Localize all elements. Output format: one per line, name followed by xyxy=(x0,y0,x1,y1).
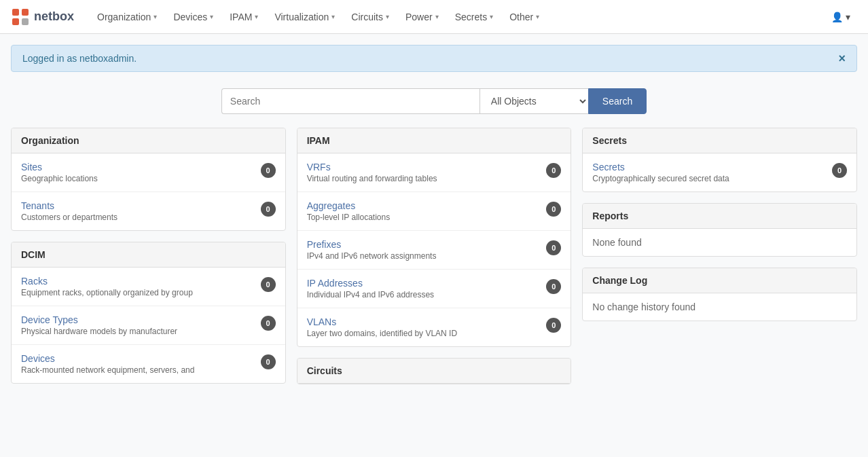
chevron-down-icon: ▾ xyxy=(536,13,539,20)
nav-other[interactable]: Other ▾ xyxy=(503,7,546,26)
prefixes-link[interactable]: Prefixes xyxy=(307,239,541,250)
nav-power[interactable]: Power ▾ xyxy=(399,7,446,26)
aggregates-badge: 0 xyxy=(546,202,561,217)
vrfs-link[interactable]: VRFs xyxy=(307,162,541,172)
list-item: Device Types Physical hardware models by… xyxy=(12,306,285,345)
ip-addresses-link[interactable]: IP Addresses xyxy=(307,278,541,289)
list-item: VLANs Layer two domains, identified by V… xyxy=(297,308,571,346)
content-grid: Organization Sites Geographic locations … xyxy=(0,128,868,398)
chevron-down-icon: ▾ xyxy=(210,13,213,20)
list-item: Prefixes IPv4 and IPv6 network assignmen… xyxy=(297,231,571,270)
ipam-card: IPAM VRFs Virtual routing and forwarding… xyxy=(297,128,572,347)
chevron-down-icon: ▾ xyxy=(255,13,258,20)
brand-name: netbox xyxy=(34,10,74,24)
sites-badge: 0 xyxy=(261,163,276,178)
svg-rect-0 xyxy=(12,9,19,16)
chevron-down-icon: ▾ xyxy=(386,13,389,20)
devices-desc: Rack-mounted network equipment, servers,… xyxy=(21,365,255,375)
user-menu[interactable]: 👤 ▾ xyxy=(825,7,857,26)
column-2: IPAM VRFs Virtual routing and forwarding… xyxy=(297,128,572,384)
vlans-link[interactable]: VLANs xyxy=(307,316,541,327)
chevron-down-icon: ▾ xyxy=(846,12,850,22)
racks-desc: Equipment racks, optionally organized by… xyxy=(21,288,255,297)
organization-header: Organization xyxy=(12,128,285,153)
dcim-header: DCIM xyxy=(12,242,285,268)
list-item: Devices Rack-mounted network equipment, … xyxy=(12,345,285,383)
nav-organization[interactable]: Organization ▾ xyxy=(90,7,164,26)
column-1: Organization Sites Geographic locations … xyxy=(11,128,286,384)
dcim-body: Racks Equipment racks, optionally organi… xyxy=(12,268,285,383)
secrets-badge: 0 xyxy=(832,163,847,178)
secrets-link[interactable]: Secrets xyxy=(592,162,827,172)
svg-rect-2 xyxy=(22,9,29,16)
login-alert: Logged in as netboxadmin. × xyxy=(11,45,857,72)
nav-right: 👤 ▾ xyxy=(825,7,857,26)
list-item: VRFs Virtual routing and forwarding tabl… xyxy=(297,153,571,192)
search-input[interactable] xyxy=(221,88,480,114)
alert-message: Logged in as netboxadmin. xyxy=(22,53,137,64)
circuits-header: Circuits xyxy=(297,359,571,384)
tenants-badge: 0 xyxy=(261,202,276,217)
racks-link[interactable]: Racks xyxy=(21,276,255,287)
prefixes-badge: 0 xyxy=(546,240,561,255)
nav-secrets[interactable]: Secrets ▾ xyxy=(448,7,500,26)
list-item: Racks Equipment racks, optionally organi… xyxy=(12,268,285,306)
column-3: Secrets Secrets Cryptographically secure… xyxy=(582,128,857,384)
nav-devices[interactable]: Devices ▾ xyxy=(166,7,220,26)
brand-icon xyxy=(11,7,30,26)
secrets-card: Secrets Secrets Cryptographically secure… xyxy=(582,128,857,192)
aggregates-desc: Top-level IP allocations xyxy=(307,213,541,222)
search-button[interactable]: Search xyxy=(588,88,647,114)
circuits-card: Circuits xyxy=(297,358,572,384)
brand-logo[interactable]: netbox xyxy=(11,7,74,26)
search-object-select[interactable]: All Objects xyxy=(480,88,588,114)
devices-link[interactable]: Devices xyxy=(21,353,255,364)
vrfs-badge: 0 xyxy=(546,163,561,178)
list-item: IP Addresses Individual IPv4 and IPv6 ad… xyxy=(297,270,571,308)
reports-header: Reports xyxy=(583,204,856,229)
ipam-body: VRFs Virtual routing and forwarding tabl… xyxy=(297,153,571,346)
organization-body: Sites Geographic locations 0 Tenants Cus… xyxy=(12,153,285,230)
device-types-badge: 0 xyxy=(261,316,276,331)
change-log-header: Change Log xyxy=(583,268,856,293)
devices-badge: 0 xyxy=(261,354,276,369)
ip-addresses-desc: Individual IPv4 and IPv6 addresses xyxy=(307,290,541,299)
reports-body: None found xyxy=(583,229,856,256)
nav-ipam[interactable]: IPAM ▾ xyxy=(223,7,265,26)
device-types-desc: Physical hardware models by manufacturer xyxy=(21,327,255,336)
vrfs-desc: Virtual routing and forwarding tables xyxy=(307,174,541,183)
nav-virtualization[interactable]: Virtualization ▾ xyxy=(268,7,342,26)
svg-rect-3 xyxy=(22,18,29,25)
change-log-card: Change Log No change history found xyxy=(582,268,857,321)
chevron-down-icon: ▾ xyxy=(435,13,439,20)
sites-desc: Geographic locations xyxy=(21,174,255,183)
device-types-link[interactable]: Device Types xyxy=(21,314,255,325)
secrets-body: Secrets Cryptographically secured secret… xyxy=(583,153,856,191)
change-log-body: No change history found xyxy=(583,293,856,321)
secrets-header: Secrets xyxy=(583,128,856,153)
nav-circuits[interactable]: Circuits ▾ xyxy=(344,7,396,26)
organization-card: Organization Sites Geographic locations … xyxy=(11,128,286,231)
reports-empty: None found xyxy=(583,229,856,256)
tenants-desc: Customers or departments xyxy=(21,213,255,222)
alert-close-button[interactable]: × xyxy=(838,52,846,65)
navbar: netbox Organization ▾ Devices ▾ IPAM ▾ V… xyxy=(0,0,868,34)
dcim-card: DCIM Racks Equipment racks, optionally o… xyxy=(11,242,286,384)
aggregates-link[interactable]: Aggregates xyxy=(307,200,541,211)
user-icon: 👤 xyxy=(831,12,843,22)
reports-card: Reports None found xyxy=(582,203,857,257)
chevron-down-icon: ▾ xyxy=(331,13,335,20)
nav-items: Organization ▾ Devices ▾ IPAM ▾ Virtuali… xyxy=(90,7,825,26)
secrets-item-desc: Cryptographically secured secret data xyxy=(592,174,827,183)
change-log-empty: No change history found xyxy=(583,293,856,321)
chevron-down-icon: ▾ xyxy=(153,13,157,20)
sites-link[interactable]: Sites xyxy=(21,162,255,172)
chevron-down-icon: ▾ xyxy=(490,13,493,20)
list-item: Aggregates Top-level IP allocations 0 xyxy=(297,192,571,231)
ipam-header: IPAM xyxy=(297,128,571,153)
racks-badge: 0 xyxy=(261,277,276,292)
list-item: Tenants Customers or departments 0 xyxy=(12,192,285,230)
svg-rect-1 xyxy=(12,18,19,25)
tenants-link[interactable]: Tenants xyxy=(21,200,255,211)
search-section: All Objects Search xyxy=(0,72,868,128)
